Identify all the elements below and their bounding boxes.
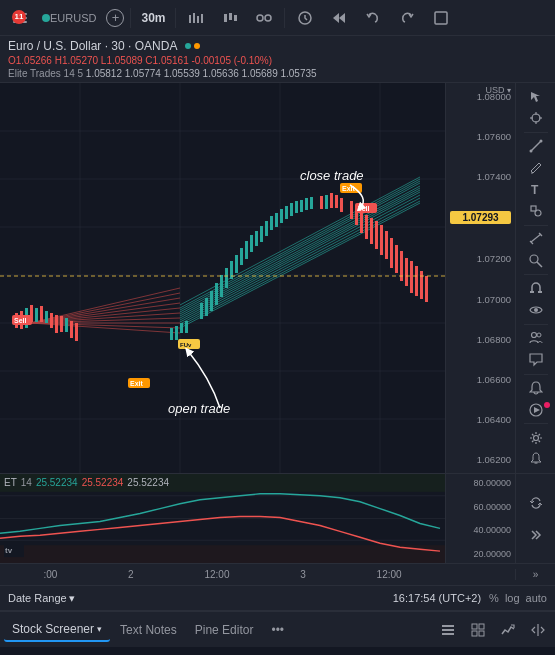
auto-button[interactable]: auto	[526, 592, 547, 604]
play-circle-button[interactable]	[520, 400, 552, 420]
elite-label: Elite Trades	[8, 68, 61, 79]
right-sidebar: T	[515, 83, 555, 473]
chat-button[interactable]	[520, 350, 552, 370]
svg-text:Sell: Sell	[14, 317, 27, 324]
svg-rect-55	[60, 316, 63, 332]
svg-rect-110	[395, 245, 398, 273]
indicator-chart[interactable]: ET 14 25.52234 25.52234 25.52234 tv	[0, 474, 445, 563]
tab-more[interactable]: •••	[263, 619, 292, 641]
svg-rect-69	[200, 303, 203, 319]
tab-text-notes[interactable]: Text Notes	[112, 619, 185, 641]
svg-rect-79	[250, 235, 253, 252]
notification-bell-button[interactable]	[520, 449, 552, 469]
tab-stock-screener[interactable]: Stock Screener ▾	[4, 618, 110, 642]
status-actions: % log auto	[489, 592, 547, 604]
price-label-3: 1.07400	[450, 171, 511, 182]
chart-type-candles-button[interactable]	[216, 4, 244, 32]
indicator-sidebar-btn-2[interactable]	[522, 521, 550, 549]
svg-rect-114	[415, 266, 418, 296]
svg-rect-0	[189, 15, 191, 23]
svg-rect-53	[50, 313, 53, 328]
scroll-right-button[interactable]: »	[533, 569, 539, 580]
symbol-selector[interactable]: EURUSD	[38, 10, 100, 26]
line-icon	[529, 139, 543, 153]
community-button[interactable]	[520, 329, 552, 349]
svg-rect-151	[442, 625, 454, 627]
usd-label: USD ▾	[485, 85, 511, 95]
svg-rect-4	[224, 14, 227, 22]
time-label-1: :00	[43, 569, 57, 580]
timeframe-selector[interactable]: 30m	[137, 9, 169, 27]
notification-badge: 11	[12, 10, 26, 24]
percent-button[interactable]: %	[489, 592, 499, 604]
people-icon	[529, 331, 543, 345]
chart-main[interactable]: Sell FUv Exit	[0, 83, 445, 473]
chat-icon	[529, 353, 543, 367]
redo-button[interactable]	[393, 4, 421, 32]
log-button[interactable]: log	[505, 592, 520, 604]
svg-rect-64	[185, 321, 188, 333]
sidebar-divider-5	[524, 374, 548, 375]
menu-button[interactable]: 11	[8, 6, 32, 30]
tab-split-button[interactable]	[525, 617, 551, 643]
chart-type-bars-button[interactable]	[182, 4, 210, 32]
compare-button[interactable]	[250, 4, 278, 32]
alerts-button[interactable]	[291, 4, 319, 32]
shapes-icon	[529, 204, 543, 218]
svg-rect-61	[170, 328, 173, 340]
symbol-label: EURUSD	[50, 12, 96, 24]
indicator-name: ET	[4, 477, 17, 488]
add-symbol-button[interactable]: +	[106, 9, 124, 27]
elite-value: 14 5	[64, 68, 83, 79]
svg-rect-103	[360, 211, 363, 233]
time-label-2: 2	[128, 569, 134, 580]
price-label-7: 1.06600	[450, 374, 511, 385]
svg-marker-11	[339, 13, 345, 23]
cursor-tool-button[interactable]	[520, 87, 552, 107]
date-range-button[interactable]: Date Range ▾	[8, 592, 75, 605]
status-dot-green	[185, 43, 191, 49]
crosshair-tool-button[interactable]	[520, 109, 552, 129]
status-dot-orange	[194, 43, 200, 49]
svg-rect-62	[175, 326, 178, 340]
cursor-icon	[529, 90, 543, 104]
pencil-tool-button[interactable]	[520, 158, 552, 178]
active-dot	[544, 402, 550, 408]
svg-rect-84	[275, 213, 278, 227]
tab-grid-view-button[interactable]	[465, 617, 491, 643]
time-label-3: 12:00	[204, 569, 229, 580]
tab-list-view-button[interactable]	[435, 617, 461, 643]
text-tool-button[interactable]: T	[520, 180, 552, 200]
sidebar-divider-2	[524, 225, 548, 226]
measure-tool-button[interactable]	[520, 229, 552, 249]
svg-text:Sell: Sell	[357, 205, 370, 212]
settings-button[interactable]	[520, 428, 552, 448]
date-range-label: Date Range	[8, 592, 67, 604]
svg-text:open trade: open trade	[168, 401, 230, 416]
indicator-y-label-1: 80.00000	[450, 478, 511, 488]
svg-rect-71	[210, 291, 213, 311]
top-toolbar: 11 EURUSD + 30m	[0, 0, 555, 36]
svg-point-126	[529, 150, 532, 153]
tab-chart-up-button[interactable]	[495, 617, 521, 643]
svg-point-132	[530, 255, 538, 263]
shapes-tool-button[interactable]	[520, 201, 552, 221]
alerts-sidebar-button[interactable]	[520, 378, 552, 398]
magnet-tool-button[interactable]	[520, 279, 552, 299]
time-axis-sidebar: »	[515, 569, 555, 580]
toolbar-separator-3	[284, 8, 285, 28]
svg-rect-130	[531, 206, 536, 211]
symbol-status-dot	[42, 14, 50, 22]
svg-text:Exit: Exit	[130, 380, 144, 387]
tab-stock-screener-chevron: ▾	[97, 624, 102, 634]
gear-icon	[529, 431, 543, 445]
visibility-tool-button[interactable]	[520, 300, 552, 320]
tab-pine-editor[interactable]: Pine Editor	[187, 619, 262, 641]
svg-rect-51	[40, 306, 43, 322]
rewind-button[interactable]	[325, 4, 353, 32]
zoom-tool-button[interactable]	[520, 251, 552, 271]
indicator-sidebar-btn-1[interactable]	[522, 489, 550, 517]
fullscreen-button[interactable]	[427, 4, 455, 32]
line-tool-button[interactable]	[520, 137, 552, 157]
undo-button[interactable]	[359, 4, 387, 32]
